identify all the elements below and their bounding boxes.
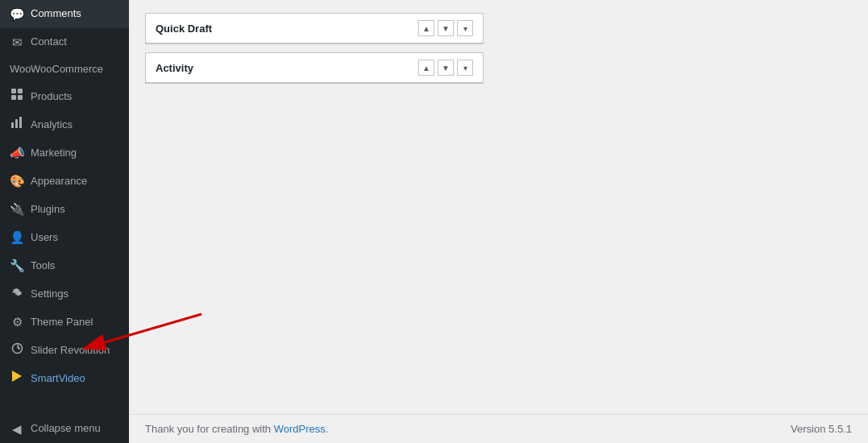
sidebar-item-contact[interactable]: ✉ Contact <box>0 28 129 56</box>
sidebar-item-marketing[interactable]: 📣 Marketing <box>0 139 129 167</box>
tools-icon: 🔧 <box>10 257 24 274</box>
svg-line-10 <box>129 314 201 342</box>
sidebar-item-label: Appearance <box>31 174 87 188</box>
sidebar-item-appearance[interactable]: 🎨 Appearance <box>0 167 129 195</box>
activity-controls: ▲ ▼ ▾ <box>418 60 473 76</box>
sidebar-item-label: Tools <box>31 259 55 273</box>
slider-revolution-icon <box>10 342 24 358</box>
theme-panel-icon: ⚙ <box>10 313 24 330</box>
sidebar-item-label: Theme Panel <box>31 315 93 329</box>
collapse-label: Collapse menu <box>31 421 101 436</box>
sidebar-item-woocommerce[interactable]: Woo WooCommerce <box>0 56 129 82</box>
sidebar-item-label: Users <box>31 230 58 245</box>
quick-draft-down-button[interactable]: ▼ <box>438 20 454 36</box>
quick-draft-controls: ▲ ▼ ▾ <box>418 20 473 36</box>
plugins-icon: 🔌 <box>10 201 24 217</box>
activity-widget: Activity ▲ ▼ ▾ <box>145 52 484 84</box>
sidebar-item-tools[interactable]: 🔧 Tools <box>0 251 129 279</box>
sidebar-item-smartvideo[interactable]: SmartVideo <box>0 364 129 392</box>
quick-draft-title: Quick Draft <box>156 23 212 35</box>
sidebar-item-plugins[interactable]: 🔌 Plugins <box>0 195 129 223</box>
products-icon <box>10 88 24 105</box>
sidebar-item-settings[interactable]: Settings <box>0 279 129 308</box>
sidebar-item-label: WooCommerce <box>31 62 103 77</box>
quick-draft-up-button[interactable]: ▲ <box>418 20 434 36</box>
sidebar-item-label: Marketing <box>31 146 77 160</box>
quick-draft-header: Quick Draft ▲ ▼ ▾ <box>146 14 483 43</box>
svg-rect-1 <box>18 89 23 93</box>
marketing-icon: 📣 <box>10 144 24 161</box>
sidebar-item-collapse[interactable]: ◀ Collapse menu <box>0 415 129 443</box>
sidebar-item-label: SmartVideo <box>31 371 85 386</box>
analytics-icon <box>10 116 24 133</box>
footer-text: Thank you for creating with WordPress. <box>145 423 328 435</box>
svg-rect-0 <box>11 89 16 93</box>
sidebar-item-comments[interactable]: 💬 Comments <box>0 0 129 28</box>
sidebar-item-analytics[interactable]: Analytics <box>0 110 129 139</box>
users-icon: 👤 <box>10 229 24 246</box>
smartvideo-icon <box>10 370 24 387</box>
thank-you-text: Thank you for creating with <box>145 423 274 435</box>
svg-rect-5 <box>15 119 18 128</box>
sidebar-item-label: Comments <box>31 6 81 21</box>
contact-icon: ✉ <box>10 34 24 51</box>
svg-rect-6 <box>19 117 22 128</box>
sidebar-item-users[interactable]: 👤 Users <box>0 223 129 251</box>
sidebar-item-theme-panel[interactable]: ⚙ Theme Panel <box>0 308 129 336</box>
activity-down-button[interactable]: ▼ <box>438 60 454 76</box>
sidebar-item-label: Plugins <box>31 202 65 217</box>
collapse-icon: ◀ <box>10 420 24 437</box>
svg-rect-4 <box>11 122 14 128</box>
sidebar: 💬 Comments ✉ Contact Woo WooCommerce Pro… <box>0 0 129 443</box>
sidebar-item-products[interactable]: Products <box>0 82 129 110</box>
sidebar-item-label: Slider Revolution <box>31 343 110 358</box>
content-area: Quick Draft ▲ ▼ ▾ Activity ▲ ▼ ▾ <box>129 0 868 414</box>
footer-period: . <box>326 423 329 435</box>
sidebar-item-label: Analytics <box>31 118 73 132</box>
sidebar-item-slider-revolution[interactable]: Slider Revolution <box>0 336 129 364</box>
quick-draft-widget: Quick Draft ▲ ▼ ▾ <box>145 13 484 44</box>
svg-rect-3 <box>18 95 23 100</box>
main-wrapper: Quick Draft ▲ ▼ ▾ Activity ▲ ▼ ▾ <box>129 0 868 443</box>
woocommerce-icon: Woo <box>10 62 24 77</box>
wordpress-link[interactable]: WordPress <box>274 423 326 435</box>
appearance-icon: 🎨 <box>10 172 24 189</box>
annotation-arrow <box>129 298 242 362</box>
version-text: Version 5.5.1 <box>791 423 852 435</box>
footer: Thank you for creating with WordPress. V… <box>129 414 868 443</box>
activity-header: Activity ▲ ▼ ▾ <box>146 53 483 83</box>
svg-marker-8 <box>12 371 22 382</box>
settings-icon <box>10 285 24 302</box>
activity-up-button[interactable]: ▲ <box>418 60 434 76</box>
svg-rect-2 <box>11 95 16 100</box>
sidebar-item-label: Settings <box>31 287 69 301</box>
comments-icon: 💬 <box>10 6 24 23</box>
activity-toggle-button[interactable]: ▾ <box>457 60 473 76</box>
sidebar-item-label: Products <box>31 89 72 104</box>
quick-draft-toggle-button[interactable]: ▾ <box>457 20 473 36</box>
activity-title: Activity <box>156 62 193 74</box>
sidebar-item-label: Contact <box>31 35 67 49</box>
